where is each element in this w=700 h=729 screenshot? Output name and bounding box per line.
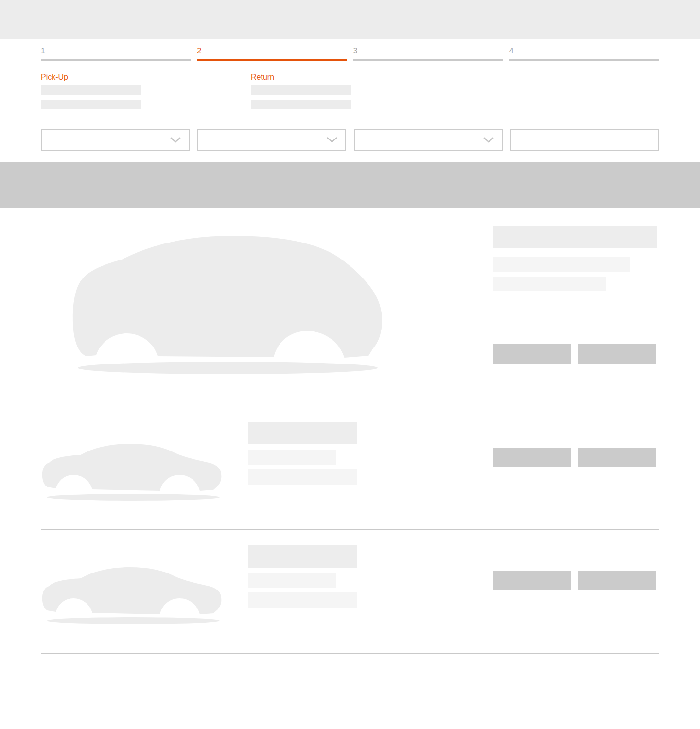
vehicle-2-detail-placeholder-1: [248, 450, 336, 465]
step-1[interactable]: 1: [41, 47, 191, 61]
vehicle-2-detail-placeholder-2: [248, 469, 357, 485]
vehicle-3-name-placeholder: [248, 545, 357, 568]
vehicle-1-option-button-1[interactable]: [493, 344, 571, 364]
pickup-datetime-placeholder: [41, 100, 141, 109]
step-3-progress-bar: [353, 59, 503, 61]
vehicle-card-2: [0, 406, 700, 530]
filter-bar: [41, 129, 659, 151]
step-3-number: 3: [353, 47, 503, 55]
pickup-location-placeholder: [41, 85, 141, 95]
top-header-bar: [0, 0, 700, 39]
filter-dropdown-3[interactable]: [354, 129, 503, 151]
vehicle-3-detail-placeholder-2: [248, 592, 357, 608]
booking-page: 1 2 3 4 Pick-Up Return: [0, 0, 700, 729]
vehicle-2-name-placeholder: [248, 422, 357, 444]
return-summary: Return: [251, 73, 351, 114]
filter-dropdown-2[interactable]: [197, 129, 346, 151]
pickup-label: Pick-Up: [41, 73, 141, 82]
chevron-down-icon: [483, 137, 494, 143]
vehicle-3-option-button-1[interactable]: [493, 571, 571, 590]
step-2-progress-bar: [197, 59, 347, 61]
row-divider: [41, 653, 659, 654]
vehicle-card-1: [0, 208, 700, 406]
step-3[interactable]: 3: [353, 47, 503, 61]
vehicle-3-option-button-2[interactable]: [578, 571, 656, 590]
sedan-silhouette: [41, 440, 225, 503]
booking-stepper: 1 2 3 4: [41, 47, 659, 61]
step-1-progress-bar: [41, 59, 191, 61]
vehicle-1-option-button-2[interactable]: [578, 344, 656, 364]
summary-divider: [243, 74, 243, 110]
suv-silhouette: [70, 234, 385, 377]
filter-dropdown-1[interactable]: [41, 129, 190, 151]
chevron-down-icon: [327, 137, 337, 143]
return-label: Return: [251, 73, 351, 82]
step-1-number: 1: [41, 47, 191, 55]
filter-input-4[interactable]: [510, 129, 659, 151]
return-datetime-placeholder: [251, 100, 351, 109]
vehicle-1-detail-placeholder-1: [493, 257, 630, 272]
vehicle-1-detail-placeholder-2: [493, 277, 606, 291]
step-2[interactable]: 2: [197, 47, 347, 61]
step-2-number: 2: [197, 47, 347, 55]
notice-banner: [0, 162, 700, 208]
vehicle-2-option-button-2[interactable]: [578, 448, 656, 467]
return-location-placeholder: [251, 85, 351, 95]
vehicle-card-3: [0, 530, 700, 654]
step-4-number: 4: [509, 47, 659, 55]
vehicle-2-option-button-1[interactable]: [493, 448, 571, 467]
step-4-progress-bar: [509, 59, 659, 61]
step-4[interactable]: 4: [509, 47, 659, 61]
vehicle-3-detail-placeholder-1: [248, 573, 336, 588]
chevron-down-icon: [170, 137, 181, 143]
sedan-silhouette: [41, 563, 225, 626]
vehicle-1-name-placeholder: [493, 226, 657, 248]
pickup-summary: Pick-Up: [41, 73, 141, 114]
